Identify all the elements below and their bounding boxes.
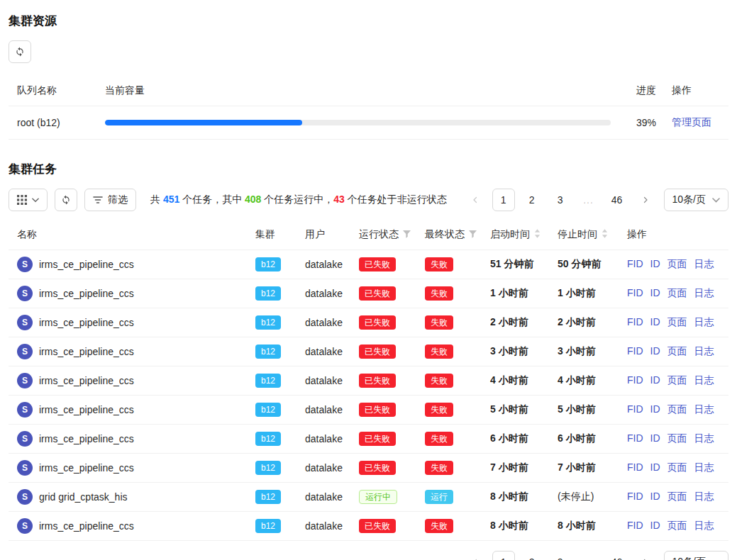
task-fid-link[interactable]: FID (627, 345, 643, 358)
task-log-link[interactable]: 日志 (694, 316, 714, 329)
column-label: 队列名称 (17, 84, 57, 96)
chevron-down-icon (32, 198, 39, 203)
final-status-tag: 失败 (425, 257, 453, 271)
task-fid-link[interactable]: FID (627, 432, 643, 445)
task-log-link[interactable]: 日志 (694, 374, 714, 387)
task-id-link[interactable]: ID (650, 316, 660, 329)
total-count: 451 (163, 194, 179, 205)
filter-button[interactable]: 筛选 (84, 189, 136, 211)
task-avatar: S (17, 257, 33, 272)
task-id-link[interactable]: ID (650, 403, 660, 416)
task-fid-link[interactable]: FID (627, 258, 643, 271)
refresh-icon (15, 47, 25, 57)
page-button-3[interactable]: 3 (549, 551, 572, 560)
task-page-link[interactable]: 页面 (667, 374, 687, 387)
run-status-tag: 已失败 (359, 374, 396, 388)
filter-icon[interactable] (403, 229, 411, 240)
task-fid-link[interactable]: FID (627, 316, 643, 329)
tasks-refresh-button[interactable] (55, 189, 77, 211)
column-label: 运行状态 (359, 228, 399, 240)
resources-header-row: 队列名称 当前容量 进度 操作 (9, 76, 728, 106)
page-button-1[interactable]: 1 (492, 189, 515, 211)
run-status-tag: 已失败 (359, 461, 396, 475)
task-log-link[interactable]: 日志 (694, 461, 714, 474)
start-time: 6 小时前 (482, 425, 549, 454)
task-id-link[interactable]: ID (650, 258, 660, 271)
task-avatar: S (17, 286, 33, 301)
filter-icon[interactable] (469, 229, 477, 240)
prev-page-button[interactable] (464, 551, 487, 560)
task-fid-link[interactable]: FID (627, 374, 643, 387)
cluster-tasks-table: 名称 集群 用户 运行状态 最终状态 启动时间 停止时间 操作 Sirms_ce… (9, 220, 728, 541)
task-row: Sirms_ce_pipeline_ccsb12datalake已失败失败7 小… (9, 454, 728, 483)
page-size-value: 10条/页 (672, 556, 706, 560)
task-actions: FIDID页面日志 (627, 258, 714, 271)
page-size-select[interactable]: 10条/页 (664, 551, 728, 560)
task-log-link[interactable]: 日志 (694, 258, 714, 271)
task-log-link[interactable]: 日志 (694, 491, 714, 503)
task-page-link[interactable]: 页面 (667, 287, 687, 300)
cluster-tag: b12 (255, 432, 281, 446)
final-status-tag: 失败 (425, 374, 453, 388)
task-id-link[interactable]: ID (650, 520, 660, 532)
page-button-46[interactable]: 46 (606, 551, 628, 560)
task-user: datalake (297, 366, 350, 396)
resources-refresh-button[interactable] (9, 40, 31, 63)
page-button-2[interactable]: 2 (521, 189, 543, 211)
task-page-link[interactable]: 页面 (667, 432, 687, 445)
task-log-link[interactable]: 日志 (694, 403, 714, 416)
task-fid-link[interactable]: FID (627, 287, 643, 300)
manage-page-link[interactable]: 管理页面 (672, 116, 711, 128)
next-page-button[interactable] (634, 551, 657, 560)
task-fid-link[interactable]: FID (627, 520, 643, 532)
sort-icon[interactable] (602, 229, 608, 240)
task-page-link[interactable]: 页面 (667, 520, 687, 532)
task-page-link[interactable]: 页面 (667, 461, 687, 474)
task-id-link[interactable]: ID (650, 345, 660, 358)
final-status-tag: 失败 (425, 286, 453, 301)
final-status-tag: 失败 (425, 519, 453, 533)
task-id-link[interactable]: ID (650, 461, 660, 474)
column-label: 操作 (627, 228, 647, 240)
sort-icon[interactable] (534, 229, 541, 240)
task-log-link[interactable]: 日志 (694, 432, 714, 445)
task-log-link[interactable]: 日志 (694, 345, 714, 358)
run-status-tag: 已失败 (359, 315, 396, 330)
next-page-button[interactable] (634, 189, 657, 211)
task-fid-link[interactable]: FID (627, 461, 643, 474)
task-id-link[interactable]: ID (650, 287, 660, 300)
start-time: 7 小时前 (482, 454, 549, 483)
start-time: 8 小时前 (482, 512, 549, 541)
layout-grid-button[interactable] (9, 189, 48, 211)
task-log-link[interactable]: 日志 (694, 287, 714, 300)
page-button-1[interactable]: 1 (492, 551, 515, 560)
start-time: 3 小时前 (482, 337, 549, 366)
page-button-2[interactable]: 2 (521, 551, 543, 560)
page-button-3[interactable]: 3 (549, 189, 572, 211)
col-user: 用户 (297, 220, 350, 250)
task-row: Sirms_ce_pipeline_ccsb12datalake已失败失败3 小… (9, 337, 728, 366)
final-status-tag: 失败 (425, 461, 453, 475)
task-fid-link[interactable]: FID (627, 403, 643, 416)
task-id-link[interactable]: ID (650, 432, 660, 445)
column-label: 进度 (636, 84, 656, 96)
prev-page-button[interactable] (464, 189, 487, 211)
page-size-select[interactable]: 10条/页 (664, 189, 728, 211)
col-start-time: 启动时间 (482, 220, 549, 250)
task-page-link[interactable]: 页面 (667, 345, 687, 358)
running-count: 408 (245, 194, 261, 205)
task-id-link[interactable]: ID (650, 491, 660, 503)
task-page-link[interactable]: 页面 (667, 491, 687, 503)
task-log-link[interactable]: 日志 (694, 520, 714, 532)
page-button-46[interactable]: 46 (606, 189, 628, 211)
task-id-link[interactable]: ID (650, 374, 660, 387)
task-page-link[interactable]: 页面 (667, 316, 687, 329)
task-page-link[interactable]: 页面 (667, 403, 687, 416)
task-page-link[interactable]: 页面 (667, 258, 687, 271)
filter-lines-icon (93, 196, 103, 204)
task-fid-link[interactable]: FID (627, 491, 643, 503)
final-status-tag: 运行 (425, 490, 453, 504)
task-actions: FIDID页面日志 (627, 491, 714, 503)
run-status-tag: 运行中 (359, 490, 397, 504)
task-avatar: S (17, 518, 33, 534)
